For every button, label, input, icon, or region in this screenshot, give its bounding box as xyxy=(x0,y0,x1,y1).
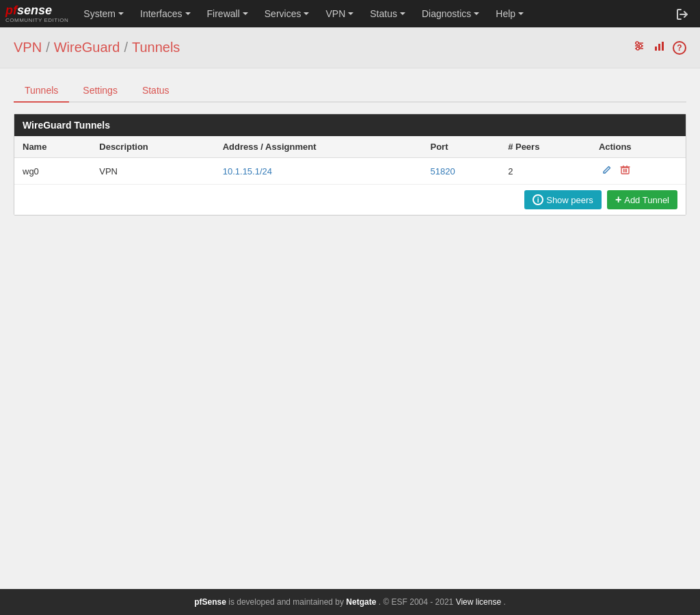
tunnel-actions xyxy=(591,158,686,185)
nav-help-label: Help xyxy=(496,8,515,19)
nav-link-system[interactable]: System xyxy=(75,0,132,27)
tab-item-tunnels[interactable]: Tunnels xyxy=(14,79,69,101)
page-header: VPN / WireGuard / Tunnels ? xyxy=(0,27,700,68)
footer-text-pre: is developed and maintained by xyxy=(228,597,346,607)
col-name: Name xyxy=(14,136,91,158)
system-caret-icon xyxy=(118,12,124,15)
wireguard-tunnels-panel: WireGuard Tunnels Name Description Addre… xyxy=(14,114,686,215)
nav-vpn-label: VPN xyxy=(325,8,345,19)
sense-text: sense xyxy=(17,3,52,17)
nav-item-interfaces[interactable]: Interfaces xyxy=(132,0,198,27)
nav-status-label: Status xyxy=(370,8,397,19)
nav-item-status[interactable]: Status xyxy=(362,0,414,27)
breadcrumb-sep-2: / xyxy=(124,40,128,55)
breadcrumb-tunnels: Tunnels xyxy=(132,40,180,55)
vpn-caret-icon xyxy=(348,12,353,15)
nav-link-status[interactable]: Status xyxy=(362,0,414,27)
col-description: Description xyxy=(91,136,214,158)
services-caret-icon xyxy=(304,12,309,15)
navbar: pfsense COMMUNITY EDITION System Interfa… xyxy=(0,0,700,27)
col-address: Address / Assignment xyxy=(215,136,422,158)
nav-link-services[interactable]: Services xyxy=(256,0,318,27)
tab-item-settings[interactable]: Settings xyxy=(72,79,129,101)
tab-status[interactable]: Status xyxy=(131,79,180,103)
nav-link-vpn[interactable]: VPN xyxy=(317,0,362,27)
navbar-right xyxy=(670,6,695,21)
table-row: wg0 VPN 10.1.15.1/24 51820 2 xyxy=(14,158,686,185)
add-tunnel-button[interactable]: + Add Tunnel xyxy=(607,190,677,209)
show-peers-label: Show peers xyxy=(546,195,593,205)
add-tunnel-label: Add Tunnel xyxy=(624,195,669,205)
nav-diagnostics-label: Diagnostics xyxy=(422,8,471,19)
help-circle-icon[interactable]: ? xyxy=(673,41,686,55)
table-header-row: Name Description Address / Assignment Po… xyxy=(14,136,686,158)
page-footer: pfSense is developed and maintained by N… xyxy=(0,589,700,615)
nav-item-firewall[interactable]: Firewall xyxy=(199,0,256,27)
help-caret-icon xyxy=(518,12,524,15)
nav-item-vpn[interactable]: VPN xyxy=(317,0,362,27)
nav-link-firewall[interactable]: Firewall xyxy=(199,0,256,27)
nav-menu: System Interfaces Firewall Services xyxy=(75,0,670,27)
status-caret-icon xyxy=(400,12,405,15)
tunnel-address-link[interactable]: 10.1.15.1/24 xyxy=(223,166,272,176)
breadcrumb-vpn[interactable]: VPN xyxy=(14,40,42,55)
nav-link-help[interactable]: Help xyxy=(487,0,532,27)
tunnel-description: VPN xyxy=(91,158,214,185)
diagnostics-caret-icon xyxy=(474,12,479,15)
show-peers-button[interactable]: i Show peers xyxy=(524,190,602,209)
chart-icon[interactable] xyxy=(652,38,667,57)
svg-point-6 xyxy=(636,47,639,50)
footer-brand: pfSense xyxy=(194,597,226,607)
logout-icon[interactable] xyxy=(670,6,695,20)
table-footer: i Show peers + Add Tunnel xyxy=(14,184,686,215)
community-edition-label: COMMUNITY EDITION xyxy=(5,17,68,23)
footer-text-post: . © ESF 2004 - 2021 xyxy=(379,597,456,607)
nav-link-diagnostics[interactable]: Diagnostics xyxy=(414,0,487,27)
footer-period: . xyxy=(503,597,505,607)
plus-icon: + xyxy=(615,194,621,205)
breadcrumb-sep-1: / xyxy=(46,40,50,55)
tunnels-table: Name Description Address / Assignment Po… xyxy=(14,136,686,184)
tab-item-status[interactable]: Status xyxy=(131,79,180,101)
svg-point-4 xyxy=(639,44,642,47)
tunnel-name: wg0 xyxy=(14,158,91,185)
tunnel-address: 10.1.15.1/24 xyxy=(215,158,422,185)
tab-settings[interactable]: Settings xyxy=(72,79,129,103)
tunnel-port: 51820 xyxy=(422,158,500,185)
svg-rect-7 xyxy=(655,47,657,51)
svg-rect-8 xyxy=(658,44,660,51)
nav-item-services[interactable]: Services xyxy=(256,0,318,27)
footer-maintainer: Netgate xyxy=(346,597,376,607)
delete-tunnel-button[interactable] xyxy=(617,163,633,179)
tab-tunnels[interactable]: Tunnels xyxy=(14,79,69,103)
nav-system-label: System xyxy=(83,8,116,19)
breadcrumb-wireguard[interactable]: WireGuard xyxy=(54,40,120,55)
col-port: Port xyxy=(422,136,500,158)
nav-item-diagnostics[interactable]: Diagnostics xyxy=(414,0,487,27)
brand-logo: pfsense COMMUNITY EDITION xyxy=(5,4,68,23)
nav-firewall-label: Firewall xyxy=(207,8,240,19)
edit-tunnel-button[interactable] xyxy=(599,163,615,179)
tunnel-port-link[interactable]: 51820 xyxy=(430,166,455,176)
footer-license-link[interactable]: View license xyxy=(456,597,501,607)
info-icon: i xyxy=(533,194,543,205)
nav-item-system[interactable]: System xyxy=(75,0,132,27)
nav-tabs: Tunnels Settings Status xyxy=(14,79,686,103)
col-actions: Actions xyxy=(591,136,686,158)
panel-heading: WireGuard Tunnels xyxy=(14,114,686,136)
main-content: Tunnels Settings Status WireGuard Tunnel… xyxy=(0,68,700,589)
sliders-icon[interactable] xyxy=(632,38,647,57)
col-peers: # Peers xyxy=(500,136,591,158)
tunnel-peers: 2 xyxy=(500,158,591,185)
nav-link-interfaces[interactable]: Interfaces xyxy=(132,0,198,27)
nav-interfaces-label: Interfaces xyxy=(140,8,182,19)
firewall-caret-icon xyxy=(243,12,248,15)
pfsense-wordmark: pfsense xyxy=(5,4,52,16)
breadcrumb: VPN / WireGuard / Tunnels xyxy=(14,40,180,55)
svg-rect-9 xyxy=(662,42,664,51)
header-icons: ? xyxy=(632,38,686,57)
svg-point-2 xyxy=(636,42,638,44)
interfaces-caret-icon xyxy=(185,12,191,15)
nav-item-help[interactable]: Help xyxy=(487,0,532,27)
pf-text: pf xyxy=(5,3,17,17)
